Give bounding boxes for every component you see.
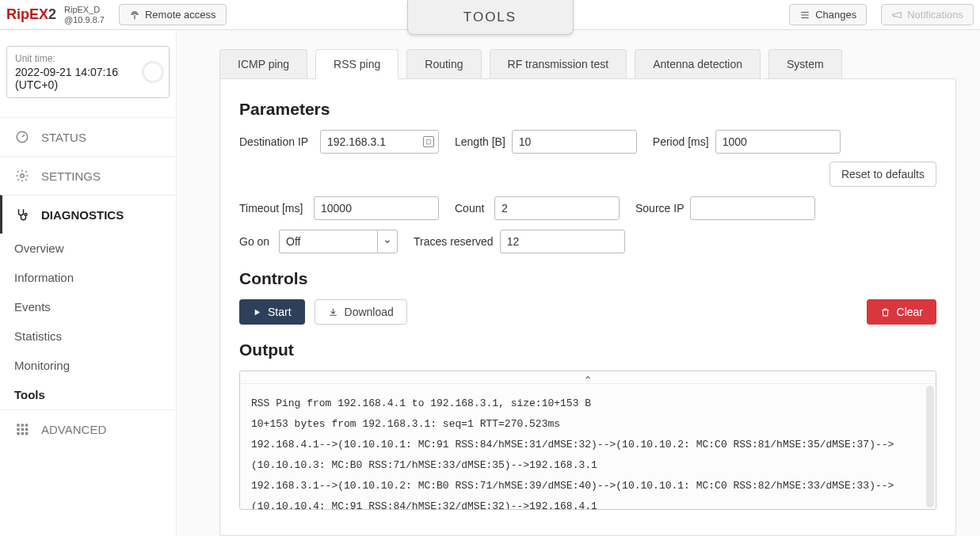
svg-rect-4 — [21, 424, 24, 426]
chevron-up-icon — [584, 374, 592, 382]
controls-row: Start Download Clear — [239, 299, 936, 325]
chevron-down-icon[interactable] — [377, 230, 398, 253]
device-info: RipEX_D @10.9.8.7 — [64, 5, 105, 25]
sidebar-item-label: ADVANCED — [41, 423, 106, 436]
top-right-buttons: Changes Notifications — [781, 4, 980, 25]
svg-point-1 — [21, 174, 25, 178]
gauge-icon — [14, 129, 30, 145]
count-label: Count — [455, 202, 488, 215]
output-text[interactable]: RSS Ping from 192.168.4.1 to 192.168.3.1… — [240, 384, 936, 509]
reset-to-defaults-button[interactable]: Reset to defaults — [829, 162, 936, 187]
page-title: TOOLS — [463, 10, 517, 25]
unit-time-value: 2022-09-21 14:07:16 (UTC+0) — [15, 66, 161, 91]
trash-icon — [880, 307, 890, 317]
svg-rect-10 — [21, 432, 24, 435]
period-label: Period [ms] — [653, 135, 709, 148]
traces-reserved-label: Traces reserved — [414, 235, 494, 248]
ip-picker-icon[interactable]: ⊡ — [423, 136, 434, 147]
svg-rect-11 — [25, 432, 28, 435]
svg-rect-6 — [17, 428, 19, 431]
traces-reserved-input[interactable] — [500, 230, 625, 253]
sidebar: Unit time: 2022-09-21 14:07:16 (UTC+0) S… — [0, 30, 177, 536]
tab-routing[interactable]: Routing — [406, 49, 481, 79]
megaphone-icon — [891, 10, 902, 21]
sidebar-item-label: DIAGNOSTICS — [41, 208, 124, 222]
go-on-select[interactable] — [279, 230, 398, 253]
count-input[interactable] — [494, 196, 620, 220]
logo: RipEX2 — [6, 6, 56, 23]
svg-rect-9 — [17, 432, 19, 435]
svg-point-2 — [25, 214, 27, 216]
sidebar-item-information[interactable]: Information — [0, 263, 176, 292]
parameters-heading: Parameters — [239, 100, 936, 119]
sidebar-item-advanced[interactable]: ADVANCED — [0, 409, 176, 448]
controls-heading: Controls — [239, 269, 936, 288]
go-on-label: Go on — [239, 235, 273, 248]
length-label: Length [B] — [455, 135, 505, 148]
sidebar-item-label: SETTINGS — [41, 169, 101, 183]
device-ip: @10.9.8.7 — [64, 15, 105, 25]
top-bar: RipEX2 RipEX_D @10.9.8.7 Remote access T… — [0, 0, 980, 30]
remote-access-button[interactable]: Remote access — [119, 4, 227, 25]
stethoscope-icon — [14, 207, 30, 222]
svg-rect-8 — [25, 428, 28, 431]
source-ip-input[interactable] — [690, 196, 815, 220]
destination-ip-label: Destination IP — [239, 135, 314, 148]
main-content: ICMP ping RSS ping Routing RF transmissi… — [177, 30, 980, 536]
tab-rf-transmission-test[interactable]: RF transmission test — [490, 49, 627, 79]
device-name: RipEX_D — [64, 5, 105, 15]
tab-icmp-ping[interactable]: ICMP ping — [219, 49, 307, 79]
source-ip-label: Source IP — [635, 202, 684, 215]
unit-time-label: Unit time: — [15, 53, 161, 64]
download-button[interactable]: Download — [315, 299, 407, 325]
output-box: RSS Ping from 192.168.4.1 to 192.168.3.1… — [239, 371, 936, 510]
tool-tabs: ICMP ping RSS ping Routing RF transmissi… — [219, 49, 956, 79]
length-input[interactable] — [512, 130, 637, 154]
changes-button[interactable]: Changes — [789, 4, 867, 25]
output-scrollbar[interactable] — [926, 386, 934, 507]
page-title-tab: TOOLS — [407, 0, 574, 35]
start-button[interactable]: Start — [239, 299, 305, 325]
sidebar-item-status[interactable]: STATUS — [0, 117, 176, 156]
go-on-value[interactable] — [279, 230, 377, 253]
svg-rect-5 — [25, 424, 28, 426]
grid-icon — [14, 421, 30, 437]
panel: Parameters Destination IP ⊡ Length [B] P… — [219, 78, 956, 536]
notifications-button[interactable]: Notifications — [881, 4, 974, 25]
logo-area: RipEX2 RipEX_D @10.9.8.7 — [0, 5, 111, 25]
play-icon — [253, 308, 261, 317]
timeout-input[interactable] — [314, 196, 439, 220]
sidebar-item-events[interactable]: Events — [0, 292, 176, 321]
tab-antenna-detection[interactable]: Antenna detection — [635, 49, 761, 79]
output-collapse-toggle[interactable] — [240, 371, 936, 384]
sidebar-item-label: STATUS — [41, 131, 86, 144]
sidebar-item-monitoring[interactable]: Monitoring — [0, 351, 176, 380]
sidebar-item-overview[interactable]: Overview — [0, 234, 176, 263]
list-icon — [799, 10, 810, 21]
sidebar-item-tools[interactable]: Tools — [0, 380, 176, 409]
tab-rss-ping[interactable]: RSS ping — [315, 49, 398, 79]
gear-icon — [14, 168, 30, 184]
sidebar-item-statistics[interactable]: Statistics — [0, 321, 176, 351]
svg-rect-7 — [21, 428, 24, 431]
download-icon — [328, 307, 338, 317]
spinner-icon — [142, 61, 164, 83]
clear-button[interactable]: Clear — [867, 299, 936, 325]
antenna-icon — [129, 10, 140, 21]
output-heading: Output — [239, 340, 936, 359]
timeout-label: Timeout [ms] — [239, 202, 307, 215]
unit-time-box: Unit time: 2022-09-21 14:07:16 (UTC+0) — [6, 46, 170, 98]
period-input[interactable] — [715, 130, 841, 154]
tab-system[interactable]: System — [768, 49, 842, 79]
sidebar-item-diagnostics[interactable]: DIAGNOSTICS — [0, 195, 176, 234]
svg-rect-3 — [17, 424, 19, 426]
sidebar-item-settings[interactable]: SETTINGS — [0, 156, 176, 195]
destination-ip-input[interactable] — [320, 130, 439, 154]
